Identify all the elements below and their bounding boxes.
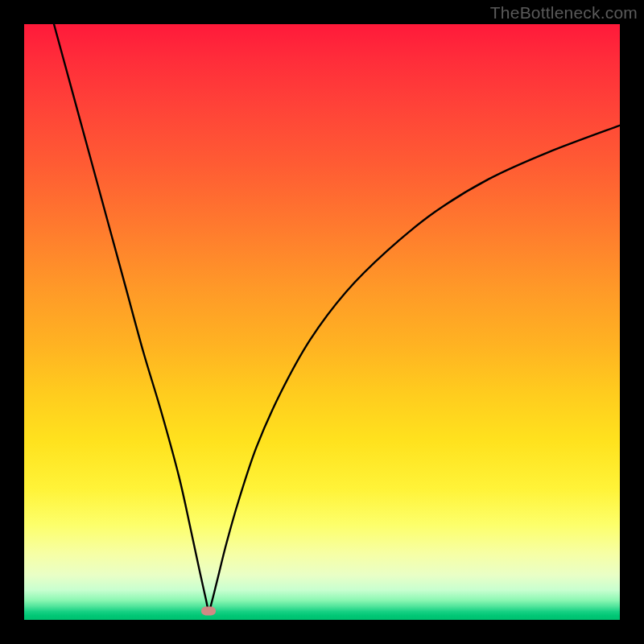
- chart-frame: TheBottleneck.com: [0, 0, 644, 644]
- optimum-marker: [201, 606, 216, 615]
- watermark-text: TheBottleneck.com: [490, 3, 638, 23]
- plot-area: [24, 24, 620, 620]
- bottleneck-curve: [24, 24, 620, 620]
